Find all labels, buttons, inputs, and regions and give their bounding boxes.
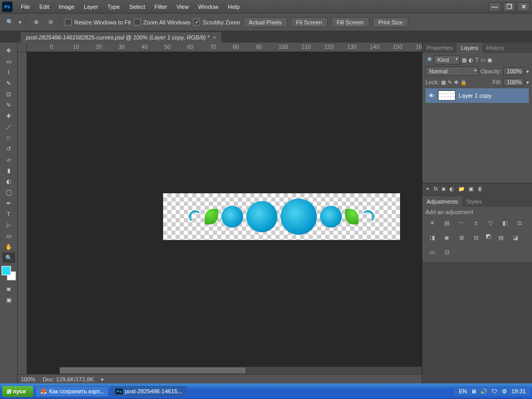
tray-icon[interactable]: 🔊 (480, 388, 487, 395)
minimize-button[interactable]: — (488, 2, 501, 11)
filter-smart-icon[interactable]: ▣ (487, 57, 492, 63)
pen-tool[interactable]: ✒ (3, 198, 15, 208)
color-balance-icon[interactable]: ⚖ (515, 218, 524, 228)
language-indicator[interactable]: EN (459, 388, 467, 394)
scrubby-zoom-checkbox[interactable]: Scrubby Zoom (193, 19, 240, 25)
curves-icon[interactable]: 〰 (457, 218, 466, 228)
lock-transparency-icon[interactable]: ▦ (441, 79, 446, 85)
filter-pixel-icon[interactable]: ▦ (462, 57, 467, 63)
channel-mixer-icon[interactable]: ⊞ (457, 233, 466, 242)
hue-sat-icon[interactable]: ◧ (500, 218, 510, 228)
stamp-tool[interactable]: ⏍ (3, 132, 15, 143)
bw-icon[interactable]: ◨ (428, 233, 437, 242)
lasso-tool[interactable]: ⌇ (3, 67, 15, 77)
doc-size[interactable]: Doc: 129,6K/172,8K (43, 376, 94, 382)
new-layer-icon[interactable]: ▣ (469, 186, 473, 192)
healing-tool[interactable]: ✚ (3, 111, 15, 121)
brush-tool[interactable]: ／ (3, 122, 15, 132)
visibility-icon[interactable]: 👁 (428, 92, 435, 99)
menu-help[interactable]: Help (223, 2, 244, 12)
threshold-icon[interactable]: ◪ (511, 233, 520, 242)
gradient-tool[interactable]: ▮ (3, 165, 15, 176)
tab-properties[interactable]: Properties (422, 43, 457, 53)
group-icon[interactable]: 📁 (458, 186, 464, 192)
lock-position-icon[interactable]: ✥ (454, 79, 458, 85)
menu-filter[interactable]: Filter (150, 2, 171, 12)
crop-tool[interactable]: ⊡ (3, 89, 15, 99)
tray-icon[interactable]: 🖥 (470, 388, 477, 395)
clock[interactable]: 19:31 (511, 388, 526, 394)
marquee-tool[interactable]: ▭ (3, 56, 15, 66)
menu-file[interactable]: File (17, 2, 34, 12)
print-size-button[interactable]: Print Size (373, 17, 408, 28)
opacity-input[interactable]: 100% (503, 67, 524, 75)
zoom-level[interactable]: 100% (21, 376, 35, 382)
menu-type[interactable]: Type (103, 2, 124, 12)
document-canvas[interactable] (163, 193, 400, 240)
type-tool[interactable]: T (3, 209, 15, 219)
photo-filter-icon[interactable]: ◉ (442, 233, 451, 242)
caret-down-icon[interactable]: ▾ (526, 69, 529, 74)
tab-styles[interactable]: Styles (462, 196, 486, 207)
blend-mode-dropdown[interactable]: Normal (425, 66, 478, 76)
gradient-map-icon[interactable]: ▭ (428, 247, 437, 257)
document-tab[interactable]: post-2825486-1461582825-curves.psd @ 100… (21, 32, 221, 43)
tab-adjustments[interactable]: Adjustments (422, 196, 462, 207)
quick-mask-toggle[interactable]: ◙ (3, 284, 15, 294)
zoom-in-icon[interactable]: ⊕ (30, 17, 42, 28)
zoom-tool[interactable]: 🔍 (3, 252, 15, 263)
zoom-out-icon[interactable]: ⊖ (45, 17, 56, 28)
menu-edit[interactable]: Edit (35, 2, 54, 12)
levels-icon[interactable]: ▤ (442, 218, 451, 228)
menu-window[interactable]: Window (194, 2, 222, 12)
screen-mode-toggle[interactable]: ▣ (3, 295, 15, 305)
eraser-tool[interactable]: ▱ (3, 154, 15, 165)
vibrance-icon[interactable]: ▽ (486, 218, 495, 228)
eyedropper-tool[interactable]: ✎ (3, 100, 15, 110)
tray-icon[interactable]: 🛡 (490, 388, 498, 395)
color-swatches[interactable] (2, 266, 16, 281)
layer-row[interactable]: 👁 Layer 1 copy (425, 88, 529, 103)
blur-tool[interactable]: ◐ (3, 176, 15, 187)
shape-tool[interactable]: ▭ (3, 231, 15, 241)
layer-name[interactable]: Layer 1 copy (459, 92, 491, 99)
hand-tool[interactable]: ✋ (3, 242, 15, 252)
filter-adjust-icon[interactable]: ◐ (469, 57, 473, 63)
adjustment-layer-icon[interactable]: ◐ (449, 186, 454, 192)
posterize-icon[interactable]: ▤ (496, 233, 506, 242)
tab-history[interactable]: History (482, 43, 508, 53)
close-button[interactable]: ✕ (517, 2, 530, 11)
exposure-icon[interactable]: ± (471, 218, 481, 228)
tray-icon[interactable]: ⚙ (501, 388, 508, 395)
taskbar-photoshop[interactable]: Ps post-2825486-14615... (111, 386, 187, 396)
start-button[interactable]: ⊞ пуск (2, 386, 33, 397)
caret-down-icon[interactable]: ▾ (19, 19, 21, 25)
brightness-icon[interactable]: ☀ (428, 218, 437, 228)
filter-shape-icon[interactable]: ▭ (481, 57, 485, 63)
taskbar-firefox[interactable]: 🦊 Как сохранить карт... (35, 386, 109, 397)
move-tool[interactable]: ✥ (3, 45, 15, 56)
lock-all-icon[interactable]: 🔒 (460, 79, 467, 85)
close-tab-icon[interactable]: × (212, 34, 216, 41)
history-brush-tool[interactable]: ↺ (3, 143, 15, 154)
delete-layer-icon[interactable]: 🗑 (477, 186, 483, 192)
fit-screen-button[interactable]: Fit Screen (290, 17, 328, 28)
menu-select[interactable]: Select (125, 2, 150, 12)
menu-layer[interactable]: Layer (79, 2, 102, 12)
tab-layers[interactable]: Layers (457, 43, 482, 53)
menu-image[interactable]: Image (55, 2, 79, 12)
maximize-button[interactable]: ❐ (503, 2, 515, 11)
resize-windows-checkbox[interactable]: Resize Windows to Fit (65, 19, 131, 25)
layer-fx-icon[interactable]: fx (434, 186, 438, 192)
color-lookup-icon[interactable]: ⊟ (471, 233, 481, 242)
lock-pixels-icon[interactable]: ✎ (448, 79, 452, 85)
path-select-tool[interactable]: ▷ (3, 220, 15, 230)
selective-color-icon[interactable]: ⊡ (442, 247, 451, 257)
scroll-thumb[interactable] (59, 367, 246, 374)
actual-pixels-button[interactable]: Actual Pixels (243, 17, 287, 28)
fill-input[interactable]: 100% (503, 78, 524, 86)
link-layers-icon[interactable]: ⚭ (425, 186, 430, 192)
layer-mask-icon[interactable]: ◙ (442, 186, 445, 192)
layer-thumbnail[interactable] (438, 90, 456, 101)
fill-screen-button[interactable]: Fill Screen (331, 17, 369, 28)
